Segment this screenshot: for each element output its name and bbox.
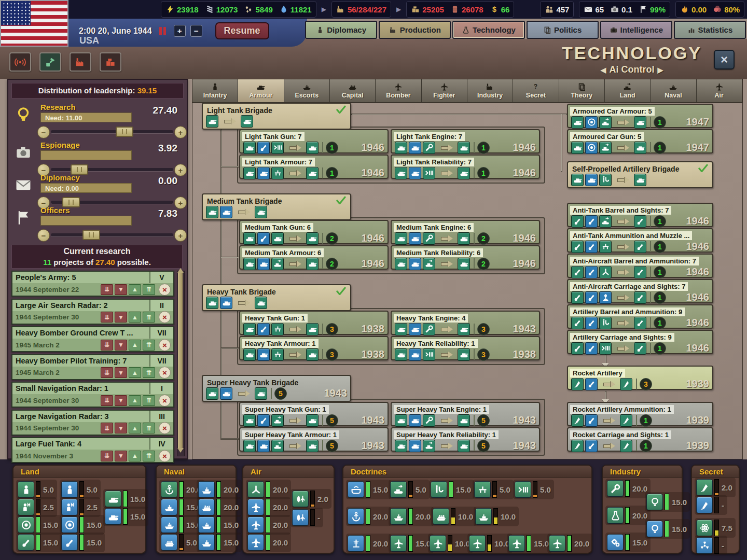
- slider-plus-button[interactable]: +: [174, 126, 187, 138]
- bigship-tile[interactable]: [198, 499, 215, 515]
- tech-anti-aircraft-carriage[interactable]: Anti-Aircraft Carriage and Sights: 71194…: [567, 279, 713, 303]
- next-arrow-icon[interactable]: ▶: [655, 66, 667, 74]
- tech-summary-mast[interactable]: 20.0: [348, 535, 388, 552]
- ship-tile[interactable]: [390, 508, 407, 525]
- gun-tile[interactable]: [18, 534, 34, 551]
- tech-summary-rocketplane[interactable]: 2.0: [292, 491, 328, 507]
- close-button[interactable]: ×: [714, 50, 735, 69]
- cancel-research-button[interactable]: ×: [159, 284, 171, 296]
- bigship-tile[interactable]: [433, 508, 449, 525]
- tech-rocket-artillery[interactable]: Rocket Artillery31939: [567, 366, 713, 390]
- priority-down-button[interactable]: ▼: [115, 451, 127, 461]
- cancel-research-button[interactable]: ×: [159, 422, 171, 434]
- tech-summary-ship[interactable]: 20.0: [390, 508, 431, 525]
- anchor-tile[interactable]: [161, 481, 177, 498]
- tab-production[interactable]: Production: [379, 21, 451, 39]
- priority-top-button[interactable]: ⇈: [143, 340, 155, 351]
- tech-medium-tank-reliability[interactable]: Medium Tank Reliability: 621946: [391, 245, 540, 270]
- tech-summary-tankarrow[interactable]: 5.0: [390, 481, 426, 498]
- plane-tile[interactable]: [469, 535, 486, 552]
- tech-rocket-artillery-ammunition[interactable]: Rocket Artillery Ammunition: 111939: [567, 402, 713, 426]
- personM-tile[interactable]: [18, 499, 34, 515]
- tech-summary-target[interactable]: 15.0: [61, 516, 102, 533]
- priority-bottom-button[interactable]: ⇊: [101, 340, 113, 351]
- priority-top-button[interactable]: ⇈: [143, 423, 155, 433]
- tech-summary-plane[interactable]: 20.0: [247, 499, 288, 515]
- tech-summary-plane[interactable]: 15.0: [390, 535, 431, 552]
- person-tile[interactable]: [18, 481, 34, 498]
- tech-super-heavy-tank-reliability[interactable]: Super Heavy Tank Reliability: 151943: [391, 427, 540, 452]
- tech-tab-capital[interactable]: Capital: [330, 79, 376, 102]
- cancel-research-button[interactable]: ×: [159, 367, 171, 379]
- tech-summary-person[interactable]: 5.0: [61, 481, 98, 498]
- slider-track[interactable]: [51, 233, 173, 236]
- wrench-tile[interactable]: [607, 480, 624, 497]
- tech-summary-plane[interactable]: 15.0: [508, 535, 549, 552]
- priority-down-button[interactable]: ▼: [115, 340, 127, 351]
- research-scrollbar[interactable]: [177, 271, 185, 456]
- tech-summary-tank[interactable]: 15.0: [105, 491, 145, 507]
- tech-summary-amphib[interactable]: 15.0: [348, 481, 388, 498]
- anchor-tile[interactable]: [348, 508, 364, 525]
- cancel-research-button[interactable]: ×: [159, 339, 171, 351]
- tech-summary-bulb[interactable]: 15.0: [646, 521, 687, 537]
- tech-light-tank-engine[interactable]: Light Tank Engine: 711946: [391, 129, 540, 153]
- tech-tab-land[interactable]: Land: [605, 79, 651, 102]
- tech-summary-gun[interactable]: 15.0: [18, 534, 58, 551]
- tech-summary-ship[interactable]: 10.0: [475, 508, 516, 525]
- priority-up-button[interactable]: ▲: [129, 340, 141, 351]
- priority-bottom-button[interactable]: ⇊: [101, 395, 113, 406]
- priority-up-button[interactable]: ▲: [129, 423, 141, 433]
- tech-anti-aircraft-barrel[interactable]: Anti-Aircraft Barrel and Ammunition: 711…: [567, 254, 713, 278]
- bigship-tile[interactable]: [161, 534, 177, 551]
- rocket-tile[interactable]: [696, 497, 713, 513]
- tech-summary-plane[interactable]: 20.0: [247, 534, 288, 551]
- ship-tile[interactable]: [198, 534, 215, 551]
- tech-tab-industry[interactable]: Industry: [467, 79, 513, 102]
- tech-rocket-carriage-and-sights[interactable]: Rocket Carriage and Sights: 111939: [567, 427, 713, 452]
- ship-tile[interactable]: [161, 516, 177, 533]
- tech-summary-frame[interactable]: 5.0: [474, 481, 510, 498]
- priority-down-button[interactable]: ▼: [115, 395, 127, 406]
- tech-tab-air[interactable]: Air: [697, 79, 742, 102]
- ship-tile[interactable]: [198, 481, 215, 498]
- priority-up-button[interactable]: ▲: [129, 451, 141, 461]
- target-tile[interactable]: [61, 516, 78, 533]
- tech-tab-bomber[interactable]: Bomber: [376, 79, 421, 102]
- cancel-research-button[interactable]: ×: [159, 395, 171, 407]
- slider-minus-button[interactable]: −: [37, 229, 50, 242]
- ai-control-selector[interactable]: ◀Ai Control▶: [554, 64, 710, 75]
- ship-tile[interactable]: [475, 508, 492, 525]
- tech-summary-anchor[interactable]: 20.0: [348, 508, 388, 525]
- tech-summary-gun[interactable]: 15.0: [61, 534, 102, 551]
- slider-handle[interactable]: [82, 230, 100, 240]
- plane-tile[interactable]: [247, 516, 264, 533]
- research-item[interactable]: Large Fuel Tank: 4IV1944 November 3⇊▼▲⇈×: [11, 437, 174, 463]
- tech-summary-plane[interactable]: 10.0: [469, 535, 509, 552]
- tech-summary-target[interactable]: 15.0: [18, 516, 58, 533]
- tech-summary-hook[interactable]: 15.0: [431, 481, 471, 498]
- nuke-tile[interactable]: [696, 537, 713, 554]
- tech-super-heavy-tank-brigade[interactable]: Super Heavy Tank Brigade51943: [202, 375, 351, 402]
- cancel-research-button[interactable]: ×: [159, 450, 171, 462]
- scroll-up-icon[interactable]: [177, 268, 184, 273]
- cancel-research-button[interactable]: ×: [159, 311, 171, 323]
- leadership-slider[interactable]: −+: [37, 125, 187, 138]
- tech-super-heavy-tank-gun[interactable]: Super Heavy Tank Gun: 151943: [239, 402, 389, 426]
- tech-light-tank-reliability[interactable]: Light Tank Reliability: 711946: [391, 155, 540, 179]
- slider-track[interactable]: [51, 168, 173, 171]
- leadership-slider[interactable]: −+: [37, 229, 187, 241]
- tech-heavy-tank-gun[interactable]: Heavy Tank Gun: 131938: [239, 311, 389, 335]
- tab-intelligence[interactable]: Intelligence: [600, 21, 672, 39]
- tech-armoured-car-armour[interactable]: Armoured Car Armour: 511947: [567, 104, 713, 128]
- tech-summary-ship[interactable]: 15.0: [161, 499, 201, 515]
- gears-tile[interactable]: [607, 534, 624, 551]
- tech-summary-tactics[interactable]: 5.0: [515, 481, 551, 498]
- tech-summary-bigship[interactable]: 20.0: [198, 499, 239, 515]
- tech-summary-gears[interactable]: 15.0: [607, 534, 647, 551]
- slider-minus-button[interactable]: −: [37, 126, 50, 138]
- tech-tab-theory[interactable]: Theory: [559, 79, 605, 102]
- priority-top-button[interactable]: ⇈: [143, 312, 155, 323]
- plane-tile[interactable]: [247, 499, 264, 515]
- research-item[interactable]: Large Navigation Radar: 3III1944 Septemb…: [11, 410, 174, 436]
